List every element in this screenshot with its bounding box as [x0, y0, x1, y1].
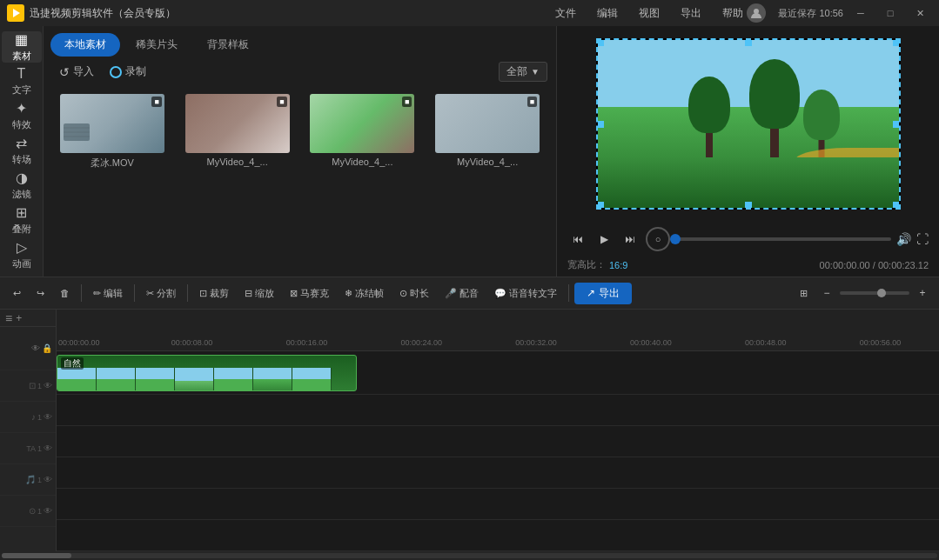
play-button[interactable]: ▶: [594, 229, 614, 250]
menu-bar[interactable]: 文件 编辑 视图 导出 帮助: [552, 4, 747, 23]
sidebar-item-overlay[interactable]: ⊞ 叠附: [2, 204, 42, 236]
resize-handle-mr[interactable]: [893, 121, 900, 128]
sidebar-item-text[interactable]: T 文字: [2, 66, 42, 97]
video-thumbnail-4[interactable]: ■: [435, 94, 540, 153]
loop-button[interactable]: ○: [646, 227, 670, 251]
export-button[interactable]: ↗ 导出: [574, 283, 632, 304]
zoom-controls: ⊞ − +: [794, 283, 932, 303]
resize-handle-bm[interactable]: [745, 202, 752, 209]
resize-handle-tl[interactable]: [597, 39, 604, 46]
timeline: ≡ + 👁 🔒 ⊡ 1 👁 ♪ 1 👁 TA 1 👁: [0, 310, 939, 560]
import-button[interactable]: ↺ 导入: [52, 62, 101, 82]
maximize-button[interactable]: □: [878, 3, 902, 23]
skip-back-button[interactable]: ⏮: [567, 229, 588, 250]
chevron-down-icon: ▼: [531, 67, 540, 77]
tab-backgrounds[interactable]: 背景样板: [193, 33, 263, 57]
minimize-button[interactable]: ─: [848, 3, 873, 23]
tab-local-material[interactable]: 本地素材: [50, 33, 120, 57]
ruler-label-0: 00:00:00.00: [58, 338, 100, 347]
ruler-label-6: 00:00:48.00: [745, 338, 787, 347]
freeze-icon: ❄: [345, 288, 352, 299]
resize-handle-tr[interactable]: [893, 39, 900, 46]
zoom-button[interactable]: ⊟ 缩放: [238, 284, 280, 303]
aspect-ratio-value: 16:9: [609, 260, 627, 270]
mask-button[interactable]: ⊠ 马赛克: [284, 284, 335, 303]
close-button[interactable]: ✕: [908, 3, 932, 23]
delete-button[interactable]: 🗑: [54, 285, 76, 301]
skip-forward-button[interactable]: ⏭: [620, 229, 641, 250]
preview-info: 宽高比： 16:9 00:00:00.00 / 00:00:23.12: [557, 257, 939, 277]
sidebar-item-effects[interactable]: ✦ 特效: [2, 100, 42, 131]
sidebar-item-label-overlay: 叠附: [12, 223, 31, 236]
toolbar-separator: [81, 284, 82, 302]
sidebar-item-animation[interactable]: ▷ 动画: [2, 239, 42, 270]
sidebar-item-transition[interactable]: ⇄ 转场: [2, 135, 42, 166]
eye-icon-sub[interactable]: 👁: [44, 381, 52, 390]
timeline-ruler: 00:00:00.00 00:00:08.00 00:00:16.00 00:0…: [57, 310, 939, 351]
eye-icon-music[interactable]: 👁: [44, 475, 52, 484]
resize-handle-br[interactable]: [893, 202, 900, 209]
list-item[interactable]: ■ MyVideo_4_...: [429, 94, 546, 170]
resize-handle-tm[interactable]: [745, 39, 752, 46]
crop-button[interactable]: ⊡ 裁剪: [193, 284, 235, 303]
freeze-button[interactable]: ❄ 冻结帧: [339, 284, 390, 303]
speech-to-text-button[interactable]: 💬 语音转文字: [488, 284, 563, 303]
audio-button[interactable]: 🎤 配音: [439, 284, 485, 303]
volume-icon[interactable]: 🔊: [896, 232, 911, 246]
aspect-ratio-label: 宽高比：: [567, 258, 606, 271]
zoom-thumb[interactable]: [877, 289, 886, 297]
list-item[interactable]: ■ MyVideo_4_...: [305, 94, 421, 170]
menu-edit[interactable]: 编辑: [594, 4, 621, 23]
sidebar-item-label-effects: 特效: [12, 118, 31, 131]
record-button[interactable]: 录制: [125, 64, 146, 79]
user-avatar[interactable]: [747, 3, 766, 23]
timeline-scrollbar[interactable]: [0, 551, 939, 560]
material-icon: ▦: [15, 31, 28, 48]
sidebar-item-label-transition: 转场: [12, 153, 31, 166]
list-item[interactable]: ■ 柔冰.MOV: [54, 94, 171, 170]
list-item[interactable]: ■ MyVideo_4_...: [179, 94, 296, 170]
add-icon[interactable]: +: [16, 312, 22, 324]
split-button[interactable]: ✂ 分割: [140, 284, 182, 303]
eye-icon-audio[interactable]: 👁: [44, 412, 52, 422]
scroll-track[interactable]: [2, 553, 937, 558]
eye-icon-fx[interactable]: 👁: [44, 506, 52, 516]
sidebar-item-filter[interactable]: ◑ 滤镜: [2, 170, 42, 201]
fullscreen-icon[interactable]: ⛶: [916, 232, 929, 246]
sidebar-item-material[interactable]: ▦ 素材: [2, 31, 42, 63]
video-thumbnail-3[interactable]: ■: [310, 94, 414, 153]
sidebar-item-label-material: 素材: [12, 50, 31, 63]
video-track: 自然: [57, 351, 939, 395]
scroll-thumb[interactable]: [2, 553, 71, 558]
film-frame: [253, 368, 292, 391]
tab-premium-clips[interactable]: 稀美片头: [122, 33, 191, 57]
redo-button[interactable]: ↪: [30, 285, 50, 302]
menu-help[interactable]: 帮助: [719, 4, 747, 23]
ruler-label-7: 00:00:56.00: [860, 338, 902, 347]
duration-button[interactable]: ⊙ 时长: [393, 284, 435, 303]
video-thumbnail-1[interactable]: ■: [60, 94, 164, 153]
eye-icon-video[interactable]: 👁: [31, 343, 40, 353]
menu-view[interactable]: 视图: [635, 4, 663, 23]
video-clip[interactable]: 自然: [57, 355, 357, 391]
lock-icon-video[interactable]: 🔒: [42, 343, 52, 353]
zoom-out-button[interactable]: −: [817, 283, 836, 303]
undo-button[interactable]: ↩: [7, 285, 27, 302]
video-label-1: 柔冰.MOV: [91, 157, 134, 170]
resize-handle-bl[interactable]: [597, 202, 604, 209]
grid-view-button[interactable]: ⊞: [794, 285, 814, 302]
animation-icon: ▷: [17, 239, 27, 256]
add-track-icon[interactable]: ≡: [5, 311, 12, 325]
zoom-slider[interactable]: [840, 291, 909, 295]
progress-thumb[interactable]: [670, 234, 681, 244]
eye-icon-ta[interactable]: 👁: [44, 443, 52, 453]
video-thumbnail-2[interactable]: ■: [185, 94, 290, 153]
filter-dropdown[interactable]: 全部 ▼: [499, 62, 547, 82]
playback-progress-bar[interactable]: [675, 237, 891, 241]
menu-file[interactable]: 文件: [552, 4, 580, 23]
edit-button[interactable]: ✏ 编辑: [87, 284, 129, 303]
menu-export[interactable]: 导出: [677, 4, 705, 23]
film-frame: [97, 368, 136, 391]
resize-handle-ml[interactable]: [597, 121, 604, 128]
zoom-in-button[interactable]: +: [913, 283, 932, 303]
